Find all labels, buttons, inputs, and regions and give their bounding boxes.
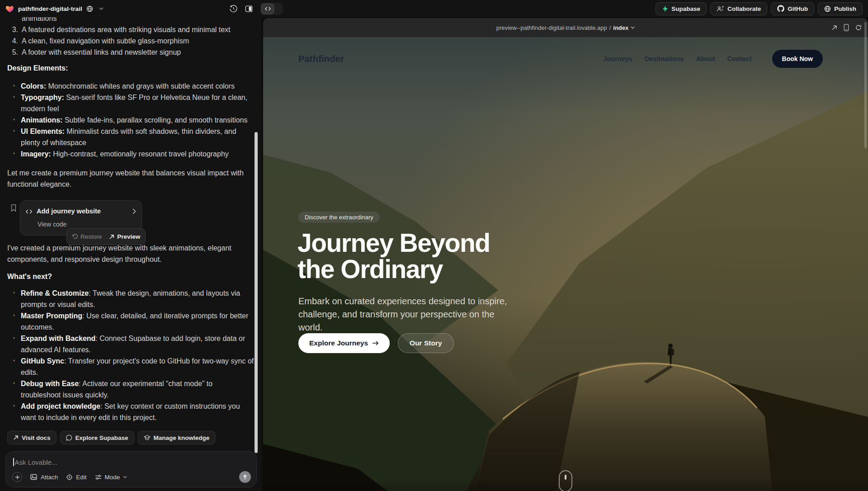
card-title: Add journey website [37,206,101,217]
github-button[interactable]: GitHub [771,2,814,15]
site-viewport: Pathfinder Journeys Destinations About C… [263,37,868,491]
preview-url: preview--pathfinder-digital-trail.lovabl… [496,24,607,31]
arrow-up-right-icon [13,435,19,440]
preview-scrollbar[interactable] [864,22,867,148]
list-item: • Expand with Backend: Connect Supabase … [7,333,254,355]
restore-button[interactable]: Restore [72,231,102,242]
whats-next-heading: What's next? [7,271,254,282]
refresh-icon[interactable] [855,24,862,31]
list-item: • Imagery: High-contrast, emotionally re… [7,148,254,160]
list-item: 3.A featured destinations area with stri… [7,24,254,35]
supabase-label: Supabase [671,5,700,12]
chat-clipped-line: animations [7,17,254,24]
preview-header: preview--pathfinder-digital-trail.lovabl… [263,18,868,37]
list-item: • Animations: Subtle fade-ins, parallax … [7,114,254,126]
arrow-right-icon [372,340,379,346]
hero-badge: Discover the extraordinary [298,212,380,223]
chat-bubble-icon [66,434,72,441]
chat-composer: Ask Lovable... Attach [5,451,257,487]
preview-panel: preview--pathfinder-digital-trail.lovabl… [263,18,868,491]
collaborate-label: Collaborate [727,5,761,12]
publish-button[interactable]: Publish [818,2,863,15]
assistant-paragraph: I've created a premium journey website w… [7,242,254,265]
arrow-up-right-icon [109,234,114,240]
project-chevron-down-icon [99,7,104,10]
preview-page: index [613,24,628,31]
panel-layout-icon[interactable] [245,5,253,13]
list-item: • Refine & Customize: Tweak the design, … [7,288,254,310]
url-separator: / [609,24,611,31]
project-globe-icon [86,5,93,12]
explore-journeys-button[interactable]: Explore Journeys [298,333,390,353]
list-item: 4.A clean, fixed navigation with subtle … [7,35,254,47]
attach-button[interactable]: Attach [30,474,58,481]
nav-link-journeys[interactable]: Journeys [603,55,632,62]
project-name: pathfinder-digital-trail [18,5,82,12]
history-icon[interactable] [230,5,237,13]
send-button[interactable] [239,471,251,483]
site-navbar: Pathfinder Journeys Destinations About C… [263,37,868,80]
nav-link-destinations[interactable]: Destinations [645,55,684,62]
card-hover-actions: Restore Preview [66,228,146,245]
chat-input-placeholder: Ask Lovable... [15,458,57,466]
chevron-down-icon [631,26,635,29]
edit-button[interactable]: Edit [66,474,86,481]
publish-label: Publish [834,5,856,12]
chat-panel: animations 3.A featured destinations are… [0,17,261,491]
numbered-list: 3.A featured destinations area with stri… [7,24,254,58]
design-elements-heading: Design Elements: [7,62,254,74]
graduation-cap-icon [144,434,151,441]
scroll-indicator-icon [559,470,572,491]
hero-headline: Journey Beyond the Ordinary [297,230,490,282]
preview-button[interactable]: Preview [109,231,140,242]
mode-button[interactable]: Mode [95,474,127,481]
list-item: 5.A footer with essential links and news… [7,47,254,58]
supabase-bolt-icon [662,5,668,12]
chevron-right-icon [132,208,136,214]
collaborate-people-icon [717,5,724,12]
design-bullet-list: • Colors: Monochromatic whites and grays… [7,80,254,160]
nav-link-contact[interactable]: Contact [727,55,752,62]
book-now-button[interactable]: Book Now [772,50,823,68]
image-icon [30,474,38,480]
lovable-heart-icon [5,5,14,13]
text-caret [13,458,14,466]
list-item: • Colors: Monochromatic whites and grays… [7,80,254,92]
nav-link-about[interactable]: About [696,55,715,62]
code-preview-toggle[interactable] [260,3,283,15]
list-item: • UI Elements: Minimalist cards with sof… [7,126,254,148]
target-icon [66,474,73,481]
collaborate-button[interactable]: Collaborate [710,2,767,15]
publish-globe-icon [824,5,831,12]
code-icon [26,209,32,214]
github-icon [777,5,784,12]
hero-subtitle: Embark on curated experiences designed t… [298,295,518,334]
assistant-paragraph: Let me create a premium journey website … [7,167,254,190]
restore-icon [72,234,78,240]
list-item: • Debug with Ease: Activate our experime… [7,378,254,401]
mobile-view-icon[interactable] [844,24,849,31]
open-external-icon[interactable] [831,25,837,31]
manage-knowledge-button[interactable]: Manage knowledge [138,431,216,444]
chat-input[interactable]: Ask Lovable... [6,452,256,466]
sliders-icon [95,474,102,480]
list-item: • Master Prompting: Use clear, detailed,… [7,310,254,333]
next-steps-list: • Refine & Customize: Tweak the design, … [7,288,254,423]
preview-url-bar[interactable]: preview--pathfinder-digital-trail.lovabl… [496,24,635,31]
code-brackets-icon [265,6,271,11]
github-label: GitHub [788,5,808,12]
add-button[interactable] [12,472,22,482]
app-topbar: pathfinder-digital-trail [0,0,868,17]
visit-docs-button[interactable]: Visit docs [7,431,57,444]
list-item: • Add project knowledge: Set key context… [7,401,254,423]
chat-scrollbar[interactable] [255,132,258,453]
chevron-down-icon [123,476,127,478]
project-menu[interactable]: pathfinder-digital-trail [5,5,104,13]
bookmark-icon[interactable] [10,204,17,212]
list-item: • Typography: San-serif fonts like SF Pr… [7,92,254,114]
site-logo[interactable]: Pathfinder [298,54,344,64]
explore-supabase-button[interactable]: Explore Supabase [60,431,134,444]
list-item: • GitHub Sync: Transfer your project's c… [7,355,254,378]
our-story-button[interactable]: Our Story [398,333,453,353]
supabase-button[interactable]: Supabase [656,2,707,15]
